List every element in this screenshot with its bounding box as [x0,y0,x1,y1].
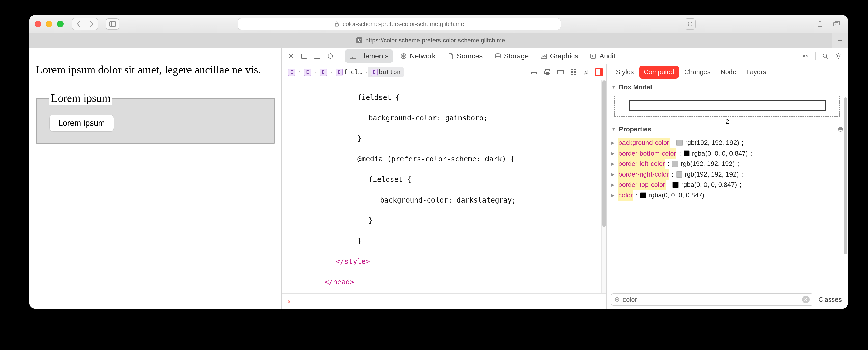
svg-line-23 [826,57,828,59]
svg-rect-6 [301,54,307,58]
src-line: </head> [282,277,606,287]
svg-rect-4 [834,23,838,26]
tab-styles[interactable]: Styles [611,66,639,79]
share-icon[interactable] [814,19,826,30]
property-row[interactable]: ▶border-top-color:rgba(0, 0, 0, 0.847); [611,179,843,190]
filter-bar: color ✕ Classes [607,290,848,309]
zoom-window-button[interactable] [57,21,64,27]
svg-rect-17 [353,57,356,58]
tab-changes[interactable]: Changes [680,66,715,79]
property-row[interactable]: ▶color:rgba(0, 0, 0, 0.847); [611,190,843,201]
crumb-html[interactable]: E [285,67,298,77]
new-tab-button[interactable]: + [832,33,848,48]
browser-tab[interactable]: C https://color-scheme-prefers-color-sch… [29,33,832,48]
crumb-fieldset[interactable]: Efiel… [333,67,365,77]
dock-bottom-icon[interactable] [299,51,309,61]
svg-rect-9 [317,55,320,58]
device-icon[interactable] [555,67,565,77]
tab-label: Graphics [550,52,578,60]
tab-strip: C https://color-scheme-prefers-color-sch… [29,33,848,48]
ruler-icon[interactable] [529,67,539,77]
property-row[interactable]: ▶background-color:rgb(192, 192, 192); [611,138,843,148]
property-row[interactable]: ▶border-right-color:rgb(192, 192, 192); [611,169,843,180]
svg-rect-20 [541,54,547,58]
filter-icon[interactable] [838,126,843,132]
tabs-icon[interactable] [831,19,842,30]
property-row[interactable]: ▶border-bottom-color:rgba(0, 0, 0, 0.847… [611,148,843,159]
devtools-pane: Elements Network Sources Storage Graphic… [282,48,848,309]
classes-button[interactable]: Classes [816,296,844,303]
tab-computed[interactable]: Computed [640,66,679,79]
page-button[interactable]: Lorem ipsum [50,115,114,132]
url-text: color-scheme-prefers-color-scheme.glitch… [343,21,464,28]
search-icon[interactable] [820,51,831,61]
svg-rect-0 [110,22,116,26]
sidebar-tabs: Styles Computed Changes Node Layers [607,64,848,80]
tab-node[interactable]: Node [716,66,741,79]
tab-layers[interactable]: Layers [742,66,771,79]
tab-storage[interactable]: Storage [490,50,533,63]
tab-label: Sources [457,52,483,60]
src-line: } [282,134,606,144]
url-bar[interactable]: color-scheme-prefers-color-scheme.glitch… [238,18,561,30]
crumb-button[interactable]: Ebutton [368,67,404,77]
back-button[interactable] [72,19,85,30]
clear-filter-button[interactable]: ✕ [802,296,810,303]
property-row[interactable]: ▶border-left-color:rgb(192, 192, 192); [611,158,843,169]
src-line: </style> [282,257,606,267]
toolbar-separator [340,52,340,60]
tab-network[interactable]: Network [396,50,440,63]
settings-icon[interactable] [833,51,844,61]
tab-favicon: C [356,37,362,43]
sidebar-scrollbar[interactable] [844,97,847,254]
page-form: Lorem ipsum Lorem ipsum [36,92,275,144]
svg-point-10 [328,54,333,58]
src-line: @media (prefers-color-scheme: dark) { [282,154,606,165]
audit-icon [590,53,597,60]
forward-button[interactable] [85,19,98,30]
svg-point-22 [823,54,827,57]
properties-section: ▼Properties ▶background-color:rgb(192, 1… [607,122,848,205]
console-drawer[interactable]: › [282,293,606,309]
page-fieldset: Lorem ipsum Lorem ipsum [36,92,275,144]
crumb-body[interactable]: E [301,67,314,77]
lock-icon [335,21,339,27]
svg-rect-34 [574,73,576,75]
src-line: background-color: gainsboro; [282,113,606,123]
sidebar-toggle[interactable] [106,19,119,30]
svg-rect-31 [571,70,573,72]
dock-side-icon[interactable] [312,51,322,61]
crumb-form[interactable]: E [317,67,330,77]
tab-audit[interactable]: Audit [585,50,620,63]
filter-input[interactable]: color ✕ [611,293,813,305]
tab-graphics[interactable]: Graphics [536,50,583,63]
window-body: Lorem ipsum dolor sit amet, legere ancil… [29,48,848,309]
page-paragraph: Lorem ipsum dolor sit amet, legere ancil… [36,63,275,77]
color-swatch [677,140,683,146]
print-icon[interactable] [542,67,552,77]
overflow-icon[interactable] [800,51,811,61]
sources-icon [447,53,454,60]
svg-rect-2 [335,24,338,26]
rendered-page: Lorem ipsum dolor sit amet, legere ancil… [29,48,282,309]
layout-overlay-icon[interactable] [595,68,603,76]
color-swatch [676,172,682,177]
close-devtools-icon[interactable] [286,51,296,61]
properties-list: ▶background-color:rgb(192, 192, 192); ▶b… [607,136,848,205]
inspect-icon[interactable] [325,51,336,61]
grid-icon[interactable] [568,67,579,77]
graphics-icon [540,53,547,60]
minimize-window-button[interactable] [46,21,53,27]
src-line: background-color: darkslategray; [282,195,606,206]
scrollbar-handle[interactable] [602,80,606,227]
svg-rect-5 [835,22,840,25]
svg-rect-8 [314,54,318,58]
tab-sources[interactable]: Sources [442,50,487,63]
color-swatch [684,150,690,156]
close-window-button[interactable] [35,21,41,27]
dom-source[interactable]: fieldset { background-color: gainsboro; … [282,80,606,293]
reload-button[interactable] [685,19,696,30]
paint-icon[interactable] [582,67,592,77]
box-model-diagram: ——— 2 — [607,94,848,122]
tab-elements[interactable]: Elements [345,50,393,63]
